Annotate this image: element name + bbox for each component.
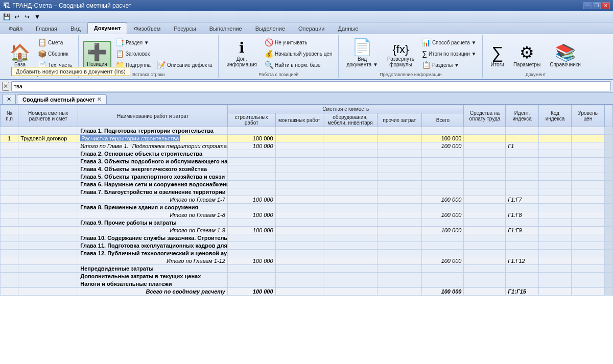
cell-scroll [604,250,612,257]
ribbon-btn-sbornik[interactable]: 📦 Сборник [36,48,74,59]
table-row[interactable]: Дополнительные затраты в текущих ценах [1,273,613,280]
search-close-btn[interactable]: ✕ [2,82,9,91]
table-row[interactable]: Глава 8. Временные здания и сооружения [1,204,613,211]
tab-file[interactable]: Файл [2,23,29,34]
ribbon-btn-zagolovok[interactable]: 📋 Заголовок [113,48,153,59]
tab-physvolume[interactable]: Физобъем [127,23,167,34]
table-row[interactable]: Непредвиденные затраты [1,265,613,273]
tab-document[interactable]: Документ [87,22,127,34]
tab-view[interactable]: Вид [64,23,87,34]
ribbon-btn-defect[interactable]: 📝 Описание дефекта [155,60,215,70]
table-row[interactable]: Глава 9. Прочие работы и затраты [1,219,613,227]
doc-tab-close-all[interactable]: ✕ [2,94,16,104]
table-row[interactable]: Глава 2. Основные объекты строительства [1,150,613,158]
table-row[interactable]: Глава 3. Объекты подсобного и обслуживаю… [1,158,613,165]
ribbon-btn-addinfo[interactable]: ℹ Доп.информация [223,38,261,70]
table-row[interactable]: Глава 1. Подготовка территории строитель… [1,127,613,135]
tab-selection[interactable]: Выделение [249,23,292,34]
table-row[interactable]: Глава 7. Благоустройство и озеленение те… [1,188,613,196]
table-row[interactable]: Глава 6. Наружные сети и сооружения водо… [1,181,613,188]
cell-num [1,250,18,257]
table-row[interactable]: Итого по Главам 1-8 100 000 100 000 Г1:Г… [1,211,613,219]
cell-prochie [377,242,422,250]
cell-prochie [377,158,422,165]
cell-smeta [18,196,78,204]
cell-kod [538,196,571,204]
table-row[interactable]: Глава 4. Объекты энергетического хозяйст… [1,165,613,173]
cell-stroy [227,188,275,196]
cell-stroy [227,280,275,288]
cell-vsego [422,165,464,173]
table-row[interactable]: Итого по Главе 1. "Подготовка территории… [1,142,613,150]
addinfo-label: Доп.информация [226,56,257,67]
doc-tabs: ✕ Сводный сметный расчет ✕ [0,93,613,105]
cell-num [1,211,18,219]
table-row[interactable]: Глава 10. Содержание службы заказчика. С… [1,234,613,242]
doc-tab-svodniy-close[interactable]: ✕ [97,96,101,102]
save-quick-btn[interactable]: 💾 [2,12,11,21]
table-row[interactable]: Итого по Главам 1-7 100 000 100 000 Г1:Г… [1,196,613,204]
table-row[interactable]: Глава 12. Публичный технологический и це… [1,250,613,257]
table-row[interactable]: Итого по Главам 1-9 100 000 100 000 Г1:Г… [1,227,613,234]
cell-montazh [275,188,323,196]
minimize-button[interactable]: — [583,2,592,9]
ribbon-btn-viewdoc[interactable]: 📄 Виддокумента ▼ [343,36,381,70]
cell-scroll [604,265,612,273]
ribbon-btn-sections[interactable]: 📋 Разделы ▼ [420,60,479,70]
close-button[interactable]: ✕ [602,2,610,9]
cell-vsego [422,181,464,188]
tab-data[interactable]: Данные [332,23,365,34]
cell-num [1,142,18,150]
restore-button[interactable]: ❐ [593,2,601,9]
defect-label: Описание дефекта [167,62,213,68]
table-row-total[interactable]: Всего по сводному расчету 100 000 100 00… [1,288,613,296]
quick-toolbar-more[interactable]: ▼ [33,12,42,21]
ribbon-btn-reference[interactable]: 📚 Справочники [546,42,584,70]
tab-execution[interactable]: Выполнение [203,23,249,34]
tab-home[interactable]: Главная [29,23,64,34]
ribbon-btn-totals[interactable]: ∑ Итоги по позиции ▼ [420,48,479,59]
table-row[interactable]: Глава 11. Подготовка эксплуатационных ка… [1,242,613,250]
cell-uroven [572,196,604,204]
cell-prochie [377,211,422,219]
cell-stroy: 100 000 [227,288,275,296]
ribbon-btn-itogi[interactable]: ∑ Итоги [487,42,507,70]
ribbon-btn-expandformulas[interactable]: {fx} Развернутьформулы [384,41,418,70]
zagolovok-icon: 📋 [115,50,124,58]
cell-oborud [323,234,377,242]
sections-icon: 📋 [422,61,431,69]
table-row[interactable]: Налоги и обязательные платежи [1,280,613,288]
ribbon-btn-pricelevel[interactable]: 💰 Начальный уровень цен [263,48,334,59]
cell-kod [538,234,571,242]
doc-tab-svodniy[interactable]: Сводный сметный расчет ✕ [17,94,107,104]
tab-operations[interactable]: Операции [292,23,331,34]
ribbon-btn-position[interactable]: ➕ Позиция [83,41,111,70]
ribbon-group-content-insert: ➕ Позиция 📑 Раздел ▼ 📋 Заголовок 📁 Подгр… [83,36,214,71]
cell-kod [538,242,571,250]
table-container[interactable]: №п.п Номера сметныхрасчетов и смет Наиме… [0,105,613,364]
ribbon-btn-findnorm[interactable]: 🔍 Найти в норм. базе [263,60,334,70]
cell-stroy: 100 000 [227,142,275,150]
table-row[interactable]: Итого по Главам 1-12 100 000 100 000 Г1:… [1,257,613,265]
cell-name: Глава 11. Подготовка эксплуатационных ка… [78,242,228,250]
search-input[interactable] [11,81,611,91]
ribbon-btn-params[interactable]: ⚙ Параметры [510,42,544,70]
redo-btn[interactable]: ↪ [22,12,32,21]
ribbon-btn-razdel[interactable]: 📑 Раздел ▼ [113,37,153,47]
tab-resources[interactable]: Ресурсы [167,23,202,34]
ribbon-btn-notcount[interactable]: 🚫 Не учитывать [263,37,334,47]
ribbon-btn-smeta[interactable]: 📋 Смета [36,37,74,47]
cell-montazh [275,219,323,227]
expandformulas-icon: {fx} [392,44,409,55]
cell-vsego: 100 000 [422,135,464,142]
cell-uroven [572,181,604,188]
ribbon-btn-calcmethod[interactable]: 📊 Способ расчета ▼ [420,37,479,47]
table-row[interactable]: Глава 5. Объекты транспортного хозяйства… [1,173,613,181]
cell-smeta [18,257,78,265]
ribbon-btn-base[interactable]: 🏠 База [6,42,34,70]
undo-btn[interactable]: ↩ [12,12,21,21]
cell-ident: Г1:Г8 [506,211,538,219]
cell-name: Глава 8. Временные здания и сооружения [78,204,228,211]
table-row[interactable]: 1 Трудовой договор Расчистка территории … [1,135,613,142]
cell-num: 1 [1,135,18,142]
